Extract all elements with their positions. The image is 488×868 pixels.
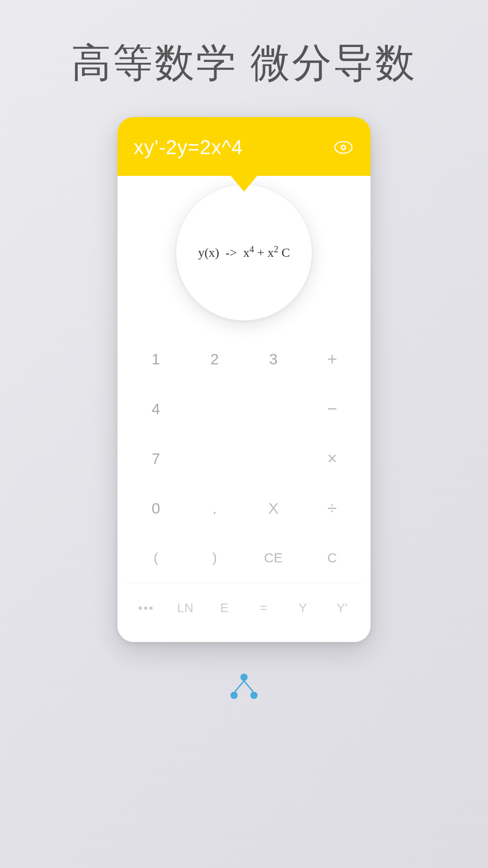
key-divide[interactable]: ÷	[303, 483, 361, 533]
key-ce[interactable]: CE	[244, 533, 303, 583]
key-plus[interactable]: +	[303, 334, 361, 384]
key-empty-8	[185, 434, 244, 483]
key-2[interactable]: 2	[185, 334, 244, 384]
keypad-row-6: ••• LN E = Y Y'	[127, 583, 361, 633]
key-4[interactable]: 4	[127, 384, 185, 434]
key-empty-9	[244, 434, 303, 483]
calc-header: xy'-2y=2x^4	[117, 117, 371, 176]
keypad-row-1: 1 2 3 +	[127, 334, 361, 384]
key-ln[interactable]: LN	[166, 583, 205, 633]
key-open-paren[interactable]: (	[127, 533, 185, 583]
result-bubble: y(x) -> x4 + x2 C	[176, 185, 312, 321]
key-7[interactable]: 7	[127, 434, 185, 483]
key-y[interactable]: Y	[283, 583, 323, 633]
key-x[interactable]: X	[244, 483, 303, 533]
svg-point-3	[240, 674, 248, 681]
keypad-row-3: 7 ×	[127, 434, 361, 483]
key-y-prime[interactable]: Y'	[322, 583, 361, 633]
key-more[interactable]: •••	[127, 583, 166, 633]
key-close-paren[interactable]: )	[185, 533, 244, 583]
key-1[interactable]: 1	[127, 334, 185, 384]
page-title: 高等数学 微分导数	[71, 36, 417, 90]
svg-point-2	[342, 146, 345, 149]
bottom-nav	[226, 669, 262, 705]
tree-structure-icon[interactable]	[226, 669, 262, 705]
key-empty-6	[244, 384, 303, 434]
calculator-body: xy'-2y=2x^4 y(x) -> x4 + x2 C 1	[117, 117, 371, 642]
key-3[interactable]: 3	[244, 334, 303, 384]
key-equals[interactable]: =	[244, 583, 283, 633]
result-area: y(x) -> x4 + x2 C	[117, 176, 371, 330]
keypad-row-2: 4 −	[127, 384, 361, 434]
svg-line-7	[244, 681, 253, 692]
keypad-row-5: ( ) CE C	[127, 533, 361, 583]
key-0[interactable]: 0	[127, 483, 185, 533]
keypad-row-4: 0 . X ÷	[127, 483, 361, 533]
eye-toggle-button[interactable]	[333, 137, 354, 158]
key-multiply[interactable]: ×	[303, 434, 361, 483]
key-empty-5	[185, 384, 244, 434]
keypad: 1 2 3 + 4 − 7 × 0 .	[117, 330, 371, 642]
svg-line-6	[235, 681, 244, 692]
result-formula: y(x) -> x4 + x2 C	[198, 243, 290, 263]
svg-point-5	[250, 692, 258, 699]
key-e[interactable]: E	[205, 583, 244, 633]
expression-display: xy'-2y=2x^4	[134, 136, 243, 159]
svg-point-4	[230, 692, 238, 699]
key-minus[interactable]: −	[303, 384, 361, 434]
key-clear[interactable]: C	[303, 533, 361, 583]
key-dot[interactable]: .	[185, 483, 244, 533]
calculator-card: xy'-2y=2x^4 y(x) -> x4 + x2 C 1	[117, 117, 371, 642]
